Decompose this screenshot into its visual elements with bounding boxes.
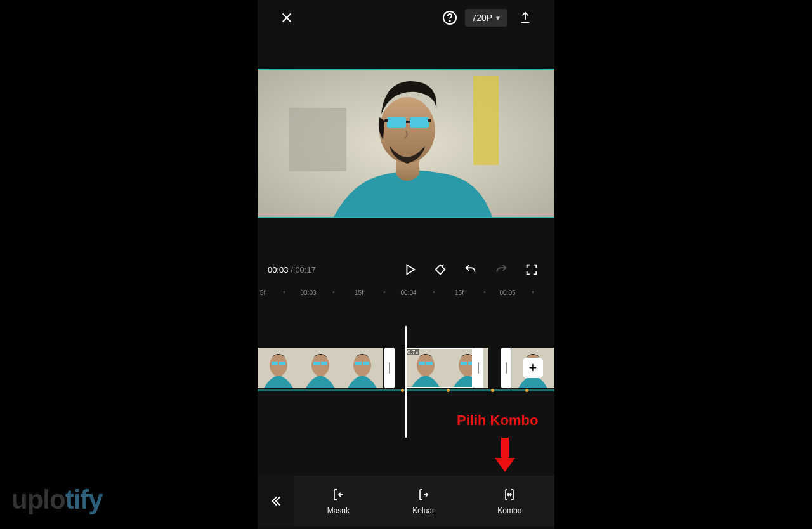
svg-rect-4 <box>289 108 346 171</box>
combo-icon <box>502 487 517 502</box>
top-bar: 720P ▼ <box>258 4 554 32</box>
action-label: Kombo <box>497 506 521 515</box>
action-masuk[interactable]: Masuk <box>327 487 350 515</box>
chevron-down-icon: ▼ <box>495 15 501 22</box>
help-button[interactable] <box>438 6 461 29</box>
action-kombo[interactable]: Kombo <box>497 487 521 515</box>
ruler-dot <box>532 291 534 293</box>
svg-rect-10 <box>428 119 431 122</box>
exit-icon <box>416 487 431 502</box>
ruler-dot <box>433 291 435 293</box>
svg-rect-3 <box>473 76 499 165</box>
svg-rect-9 <box>384 119 388 122</box>
redo-button[interactable] <box>488 257 514 282</box>
enter-icon <box>331 487 346 502</box>
clip-handle-right[interactable] <box>473 348 483 388</box>
ruler-dot <box>384 291 386 293</box>
svg-rect-22 <box>363 362 369 365</box>
watermark: uplotify <box>11 485 103 515</box>
clip-handle[interactable] <box>501 348 511 388</box>
video-preview[interactable] <box>258 69 554 218</box>
play-button[interactable] <box>397 257 422 282</box>
svg-rect-13 <box>272 362 278 365</box>
svg-rect-14 <box>279 362 285 365</box>
svg-rect-21 <box>355 362 362 365</box>
resolution-selector[interactable]: 720P ▼ <box>465 9 508 27</box>
svg-rect-6 <box>387 117 406 128</box>
transport-bar: 00:03 / 00:17 <box>258 254 554 285</box>
close-button[interactable] <box>275 6 298 29</box>
bottom-toolbar: Masuk Keluar Kombo <box>258 476 554 526</box>
watermark-part2: tify <box>65 485 103 514</box>
clip-handle-left[interactable] <box>384 348 395 388</box>
clip-duration-badge: 0.7s <box>406 349 419 355</box>
svg-rect-17 <box>313 362 320 365</box>
ruler-mark: 00:04 <box>400 289 416 296</box>
action-label: Keluar <box>412 506 435 515</box>
total-time: 00:17 <box>295 265 316 275</box>
time-separator: / <box>289 265 296 275</box>
playhead[interactable] <box>405 326 407 438</box>
current-time: 00:03 <box>268 265 289 275</box>
svg-rect-18 <box>321 362 327 365</box>
ruler-mark: 15f <box>455 289 464 296</box>
ruler-mark: 00:03 <box>300 289 316 296</box>
action-keluar[interactable]: Keluar <box>412 487 435 515</box>
annotation-text: Pilih Kombo <box>457 412 538 429</box>
resolution-label: 720P <box>471 13 492 23</box>
ruler-mark: 00:05 <box>499 289 515 296</box>
svg-rect-7 <box>410 117 429 128</box>
add-clip-button[interactable]: + <box>523 358 543 378</box>
fullscreen-button[interactable] <box>519 257 544 282</box>
timeline-ruler[interactable]: 5f 00:03 15f 00:04 15f 00:05 <box>258 287 554 298</box>
svg-rect-8 <box>406 121 410 123</box>
ruler-mark: 5f <box>260 289 265 296</box>
action-label: Masuk <box>327 506 350 515</box>
keyframe-button[interactable] <box>428 257 453 282</box>
ruler-dot <box>284 291 285 293</box>
timecode: 00:03 / 00:17 <box>268 265 316 275</box>
svg-point-5 <box>379 97 435 163</box>
undo-button[interactable] <box>458 257 483 282</box>
export-button[interactable] <box>514 6 537 29</box>
ruler-dot <box>333 291 335 293</box>
back-button[interactable] <box>258 476 294 526</box>
ruler-mark: 15f <box>355 289 363 296</box>
ruler-dot <box>484 291 486 293</box>
watermark-part1: uplo <box>11 485 65 514</box>
annotation-arrow-icon <box>492 436 518 473</box>
svg-point-1 <box>450 20 450 21</box>
